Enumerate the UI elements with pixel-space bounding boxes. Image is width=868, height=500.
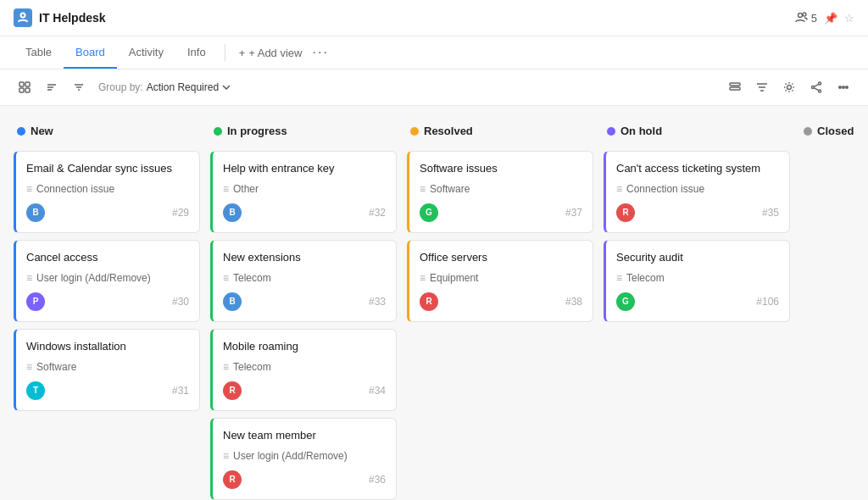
- card-footer: R #36: [223, 470, 386, 489]
- svg-rect-3: [19, 82, 24, 86]
- sort-icon[interactable]: [68, 76, 90, 98]
- toolbar-right: [724, 76, 854, 98]
- card[interactable]: Software issues ≡ Software G #37: [407, 151, 593, 233]
- card-id: #106: [756, 296, 779, 308]
- card[interactable]: New team member ≡ User login (Add/Remove…: [210, 418, 397, 500]
- avatar: R: [420, 292, 438, 311]
- card[interactable]: New extensions ≡ Telecom B #33: [210, 240, 397, 322]
- tab-info[interactable]: Info: [175, 37, 218, 69]
- tag-icon: ≡: [26, 272, 32, 284]
- topbar: IT Helpdesk 5 📌 ☆: [0, 0, 868, 36]
- column-label-new: New: [31, 125, 53, 137]
- svg-rect-7: [730, 83, 740, 86]
- tab-activity[interactable]: Activity: [117, 37, 175, 69]
- group-by-dropdown[interactable]: Action Required: [147, 81, 231, 93]
- avatar: B: [26, 203, 45, 222]
- star-icon[interactable]: ☆: [844, 12, 854, 25]
- card[interactable]: Windows installation ≡ Software T #31: [14, 329, 200, 411]
- pin-icon[interactable]: 📌: [824, 12, 837, 25]
- card-tag: ≡ Software: [420, 183, 582, 195]
- card-footer: P #30: [26, 292, 189, 311]
- card-tag: ≡ Equipment: [420, 272, 582, 284]
- card-tag-label: Software: [430, 183, 470, 195]
- card-footer: G #37: [420, 203, 582, 222]
- card-id: #38: [565, 296, 582, 308]
- group-rows-icon[interactable]: [724, 76, 746, 98]
- avatar: R: [616, 203, 635, 222]
- board: New Email & Calendar sync issues ≡ Conne…: [0, 106, 868, 500]
- column-label-closed: Closed: [817, 125, 854, 137]
- avatar: R: [223, 381, 242, 400]
- status-dot-closed: [804, 127, 812, 136]
- card-tag: ≡ User login (Add/Remove): [223, 450, 386, 462]
- share-icon[interactable]: [805, 76, 827, 98]
- avatar: R: [223, 470, 242, 489]
- card-tag-label: Telecom: [233, 272, 271, 284]
- more-menu-button[interactable]: ···: [309, 36, 331, 69]
- card-tag: ≡ Other: [223, 183, 386, 195]
- column-header-new: New: [14, 119, 200, 142]
- column-label-inprogress: In progress: [227, 125, 287, 137]
- card-id: #29: [172, 207, 189, 219]
- status-dot-onhold: [607, 127, 615, 136]
- card-tag: ≡ Telecom: [223, 361, 386, 373]
- card-footer: R #35: [616, 203, 779, 222]
- column-header-closed: Closed: [800, 119, 868, 142]
- group-by: Group by: Action Required: [98, 81, 231, 93]
- card-tag-label: User login (Add/Remove): [233, 450, 348, 462]
- svg-rect-8: [730, 87, 740, 90]
- tag-icon: ≡: [616, 272, 622, 284]
- card-title: Windows installation: [26, 340, 189, 354]
- card-id: #34: [369, 385, 386, 397]
- svg-point-2: [803, 13, 806, 16]
- card-title: Cancel access: [26, 251, 189, 265]
- card[interactable]: Office servers ≡ Equipment R #38: [407, 240, 593, 322]
- card-title: Can't access ticketing system: [616, 162, 779, 176]
- tab-table[interactable]: Table: [14, 37, 64, 69]
- card-title: New team member: [223, 429, 386, 443]
- card-id: #30: [172, 296, 189, 308]
- card-footer: B #33: [223, 292, 386, 311]
- column-resolved: Resolved Software issues ≡ Software G #3…: [407, 119, 593, 500]
- card-tag-label: Telecom: [626, 272, 665, 284]
- tag-icon: ≡: [223, 450, 229, 462]
- card-tag-label: User login (Add/Remove): [36, 272, 151, 284]
- card-tag: ≡ Telecom: [223, 272, 386, 284]
- card[interactable]: Can't access ticketing system ≡ Connecti…: [604, 151, 790, 233]
- card-footer: R #38: [420, 292, 582, 311]
- tab-board[interactable]: Board: [64, 37, 117, 69]
- settings-icon[interactable]: [778, 76, 800, 98]
- svg-point-13: [839, 86, 841, 88]
- add-view-label: + Add view: [248, 47, 302, 59]
- card-tag-label: Connection issue: [36, 183, 114, 195]
- card-tag: ≡ Connection issue: [26, 183, 189, 195]
- svg-point-15: [846, 86, 848, 88]
- card[interactable]: Mobile roaming ≡ Telecom R #34: [210, 329, 397, 411]
- avatar: P: [26, 292, 45, 311]
- avatar: G: [420, 203, 438, 222]
- card-tag-label: Other: [233, 183, 259, 195]
- card[interactable]: Email & Calendar sync issues ≡ Connectio…: [14, 151, 200, 233]
- card-tag: ≡ User login (Add/Remove): [26, 272, 189, 284]
- avatar: B: [223, 203, 242, 222]
- card[interactable]: Security audit ≡ Telecom G #106: [604, 240, 790, 322]
- card[interactable]: Cancel access ≡ User login (Add/Remove) …: [14, 240, 200, 322]
- svg-point-9: [787, 86, 792, 90]
- svg-rect-4: [25, 82, 30, 86]
- filter-icon[interactable]: [751, 76, 773, 98]
- add-view-button[interactable]: + + Add view: [232, 38, 309, 68]
- card-tag-label: Telecom: [233, 361, 271, 373]
- card-tag: ≡ Software: [26, 361, 189, 373]
- column-new: New Email & Calendar sync issues ≡ Conne…: [14, 119, 200, 500]
- status-dot-resolved: [410, 127, 419, 136]
- card-title: Office servers: [420, 251, 582, 265]
- collapse-icon[interactable]: [41, 76, 63, 98]
- more-options-icon[interactable]: [832, 76, 854, 98]
- card-id: #37: [565, 207, 582, 219]
- expand-icon[interactable]: [14, 76, 36, 98]
- svg-point-12: [812, 86, 815, 89]
- card-title: Email & Calendar sync issues: [26, 162, 189, 176]
- svg-point-11: [819, 90, 821, 92]
- card[interactable]: Help with entrance key ≡ Other B #32: [210, 151, 397, 233]
- status-dot-inprogress: [214, 127, 222, 136]
